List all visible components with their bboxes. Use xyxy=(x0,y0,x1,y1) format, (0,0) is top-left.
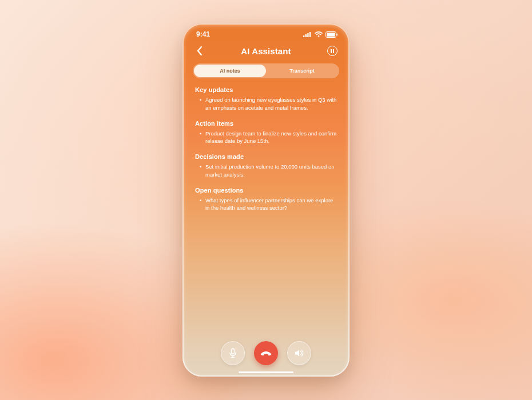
svg-rect-1 xyxy=(305,34,307,37)
section-open-questions: Open questions What types of influencer … xyxy=(195,187,337,213)
status-time: 9:41 xyxy=(196,30,210,38)
pause-button[interactable] xyxy=(325,44,339,58)
call-controls xyxy=(182,341,350,365)
section-title: Open questions xyxy=(195,187,337,194)
section-title: Decisions made xyxy=(195,153,337,160)
list-item: What types of influencer partnerships ca… xyxy=(201,197,337,213)
phone-frame: 9:41 AI Assistant AI notes Transcript xyxy=(182,23,350,377)
page-title: AI Assistant xyxy=(241,46,291,56)
phone-hangup-icon xyxy=(260,350,272,356)
list-item: Product design team to finalize new styl… xyxy=(201,130,337,146)
section-title: Key updates xyxy=(195,86,337,93)
back-button[interactable] xyxy=(193,44,207,58)
section-decisions-made: Decisions made Set initial production vo… xyxy=(195,153,337,179)
tab-segmented-control: AI notes Transcript xyxy=(193,63,339,78)
status-bar: 9:41 xyxy=(182,23,350,41)
mute-button[interactable] xyxy=(221,341,245,365)
svg-rect-2 xyxy=(307,33,308,37)
hang-up-button[interactable] xyxy=(254,341,278,365)
microphone-icon xyxy=(228,348,237,358)
svg-rect-0 xyxy=(303,35,304,37)
signal-icon xyxy=(303,31,312,37)
svg-rect-7 xyxy=(336,33,338,35)
home-indicator xyxy=(239,371,293,374)
svg-rect-6 xyxy=(327,33,335,37)
chevron-left-icon xyxy=(197,46,203,55)
status-right xyxy=(303,31,338,38)
speaker-button[interactable] xyxy=(287,341,311,365)
svg-rect-8 xyxy=(232,349,235,354)
section-key-updates: Key updates Agreed on launching new eyeg… xyxy=(195,86,337,112)
header-bar: AI Assistant xyxy=(182,41,350,63)
section-action-items: Action items Product design team to fina… xyxy=(195,120,337,146)
list-item: Agreed on launching new eyeglasses style… xyxy=(201,96,337,112)
svg-point-4 xyxy=(318,35,320,37)
battery-icon xyxy=(325,31,338,38)
tab-transcript[interactable]: Transcript xyxy=(266,65,338,77)
notes-content: Key updates Agreed on launching new eyeg… xyxy=(182,85,350,212)
pause-icon xyxy=(327,46,338,56)
section-title: Action items xyxy=(195,120,337,127)
svg-rect-3 xyxy=(309,32,311,37)
tab-ai-notes[interactable]: AI notes xyxy=(194,65,266,77)
list-item: Set initial production volume to 20,000 … xyxy=(201,163,337,179)
speaker-icon xyxy=(294,349,304,358)
wifi-icon xyxy=(315,31,323,37)
